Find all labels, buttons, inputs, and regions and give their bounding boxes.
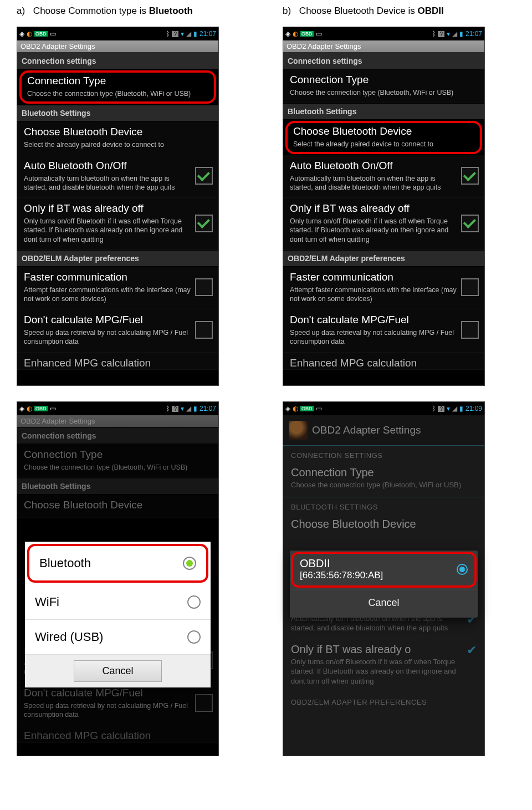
status-bar: ◈ ◐ OBD ▭ ᛒ ? ▾ ◢ ▮ 21:09 [283,402,484,415]
picture-icon: ▭ [50,30,56,38]
cancel-button[interactable]: Cancel [290,589,478,618]
picture-icon: ▭ [316,405,322,412]
section-adapter: OBD2/ELM Adapter preferences [17,250,218,267]
obd-notif-icon: OBD [34,406,48,411]
screenshot-b-settings: ◈ ◐ OBD ▭ ᛒ ? ▾ ◢ ▮ 21:07 OBD2 Adapter S… [283,27,485,386]
screenshot-a-dialog: ◈ ◐ OBD ▭ ᛒ ? ▾ ◢ ▮ 21:07 OBD2 Adapter S… [17,401,219,756]
bluetooth-icon: ᛒ [166,405,170,412]
bluetooth-icon: ᛒ [432,30,436,38]
auto-bluetooth-checkbox[interactable] [195,167,213,185]
step-b-label: b) Choose Bluetooth Device is OBDII [283,6,515,17]
enhanced-mpg-item[interactable]: Enhanced MPG calculation [17,353,218,370]
wifi-icon: ▾ [181,30,184,38]
battery-icon: ▮ [459,30,463,38]
connection-type-dialog: Bluetooth WiFi Wired (USB) Cancel [25,542,211,687]
titlebar: OBD2 Adapter Settings [17,415,218,427]
auto-bluetooth-checkbox[interactable] [461,167,479,185]
bluetooth-device-dialog: OBDII [66:35:56:78:90:AB] Cancel [290,551,478,618]
battery-icon: ▮ [193,30,197,38]
device-option-obdii[interactable]: OBDII [66:35:56:78:90:AB] [291,552,477,588]
connection-type-item[interactable]: Connection Type Choose the connection ty… [19,70,216,104]
wifi-icon: ▾ [181,405,184,412]
bluetooth-icon: ᛒ [432,405,436,412]
bluetooth-icon: ᛒ [166,30,170,38]
app-notif-icon: ◐ [293,30,298,38]
no-mpg-checkbox [195,694,213,712]
choose-bluetooth-item[interactable]: Choose Bluetooth Device Select the alrea… [285,121,482,154]
connection-type-item: Connection Type Choose the connection ty… [283,463,484,497]
app-notif-icon: ◐ [27,30,32,38]
status-bar: ◈ ◐ OBD ▭ ᛒ ? ▾ ◢ ▮ 21:07 [17,27,218,40]
only-if-off-item[interactable]: Only if BT was already off Only turns on… [283,198,484,250]
enhanced-mpg-item: Enhanced MPG calculation [17,725,218,743]
conn-opt-wifi[interactable]: WiFi [25,585,211,620]
help-icon: ? [172,406,178,412]
faster-comm-item[interactable]: Faster communication Attempt faster comm… [283,267,484,309]
signal-icon: ◢ [186,30,191,38]
only-if-off-item[interactable]: Only if BT was already off Only turns on… [17,198,218,250]
signal-icon: ◢ [452,405,457,412]
no-mpg-checkbox[interactable] [461,321,479,339]
enhanced-mpg-item[interactable]: Enhanced MPG calculation [283,353,484,370]
app-notif-icon: ◐ [293,405,298,412]
section-connection: CONNECTION SETTINGS [283,445,484,463]
step-a-label: a) Choose Commotion type is Bluetooth [17,6,249,17]
no-mpg-checkbox[interactable] [195,321,213,339]
clock: 21:07 [466,30,482,38]
faster-comm-checkbox[interactable] [195,278,213,296]
help-icon: ? [172,31,178,37]
choose-bluetooth-item[interactable]: Choose Bluetooth Device Select the alrea… [17,121,218,155]
signal-icon: ◢ [452,30,457,38]
section-bluetooth: Bluetooth Settings [17,478,218,495]
faster-comm-checkbox[interactable] [461,278,479,296]
section-bluetooth: Bluetooth Settings [283,103,484,120]
obd-notif-icon: OBD [300,406,314,411]
conn-opt-bluetooth[interactable]: Bluetooth [27,544,208,583]
auto-bluetooth-item[interactable]: Auto Bluetooth On/Off Automatically turn… [17,155,218,198]
radio-off-icon [187,595,201,609]
only-if-off-checkbox[interactable] [461,215,479,232]
status-bar: ◈ ◐ OBD ▭ ᛒ ? ▾ ◢ ▮ 21:07 [283,27,484,40]
app-icon [289,421,308,440]
section-connection: Connection settings [17,427,218,444]
no-mpg-item: Don't calculate MPG/Fuel Speed up data r… [17,682,218,725]
conn-opt-wired[interactable]: Wired (USB) [25,620,211,655]
wifi-icon: ▾ [447,405,450,412]
wifi-icon: ▾ [447,30,450,38]
no-mpg-item[interactable]: Don't calculate MPG/Fuel Speed up data r… [17,309,218,352]
screenshot-a-settings: ◈ ◐ OBD ▭ ᛒ ? ▾ ◢ ▮ 21:07 OBD2 Adapter S… [17,27,219,386]
gps-icon: ◈ [285,30,290,38]
auto-bluetooth-item[interactable]: Auto Bluetooth On/Off Automatically turn… [283,155,484,198]
clock: 21:07 [200,405,216,412]
section-connection: Connection settings [17,53,218,69]
battery-icon: ▮ [193,405,197,412]
choose-bluetooth-item: Choose Bluetooth Device [283,514,484,537]
obd-notif-icon: OBD [34,31,48,37]
help-icon: ? [438,406,444,412]
battery-icon: ▮ [459,405,463,412]
radio-on-icon [457,564,468,575]
clock: 21:09 [466,405,482,412]
section-bluetooth: Bluetooth Settings [17,105,218,121]
checked-icon: ✔ [467,643,477,658]
help-icon: ? [438,31,444,37]
connection-type-item[interactable]: Connection Type Choose the connection ty… [283,69,484,103]
screenshot-b-dialog: ◈ ◐ OBD ▭ ᛒ ? ▾ ◢ ▮ 21:09 OBD2 Adapter S… [283,401,485,756]
gps-icon: ◈ [19,405,24,412]
section-adapter: OBD2/ELM ADAPTER PREFERENCES [283,692,484,710]
section-bluetooth: BLUETOOTH SETTINGS [283,497,484,514]
no-mpg-item[interactable]: Don't calculate MPG/Fuel Speed up data r… [283,309,484,352]
titlebar: OBD2 Adapter Settings [17,40,218,53]
gps-icon: ◈ [19,30,24,38]
cancel-button[interactable]: Cancel [74,660,161,682]
only-if-off-item: Only if BT was already o Only turns on/o… [283,640,484,693]
choose-bluetooth-item: Choose Bluetooth Device [17,495,218,518]
connection-type-item: Connection Type Choose the connection ty… [17,444,218,478]
section-adapter: OBD2/ELM Adapter preferences [283,250,484,267]
faster-comm-item[interactable]: Faster communication Attempt faster comm… [17,267,218,309]
status-bar: ◈ ◐ OBD ▭ ᛒ ? ▾ ◢ ▮ 21:07 [17,402,218,415]
section-connection: Connection settings [283,53,484,69]
signal-icon: ◢ [186,405,191,412]
only-if-off-checkbox[interactable] [195,215,213,232]
appbar: OBD2 Adapter Settings [283,415,484,445]
